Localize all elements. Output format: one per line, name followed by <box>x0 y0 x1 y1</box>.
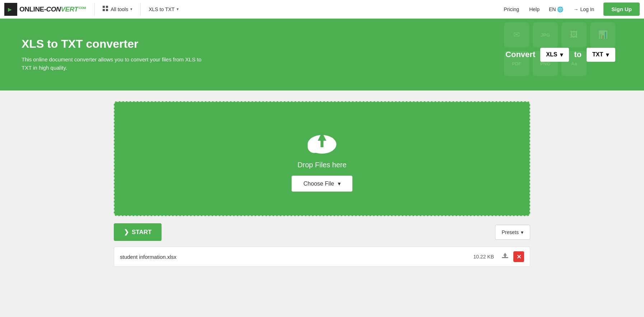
svg-rect-3 <box>106 6 108 8</box>
convert-label: Convert <box>505 50 535 59</box>
file-row: student information.xlsx 10.22 KB ✕ <box>114 247 530 267</box>
to-format-dropdown[interactable]: TXT ▾ <box>587 48 615 62</box>
to-format-chevron-icon: ▾ <box>606 51 609 58</box>
bg-icon-email: ✉ <box>504 22 529 47</box>
choose-file-label: Choose File <box>303 181 334 187</box>
presets-label: Presets <box>502 229 519 235</box>
bg-icon-image: 🖼 <box>561 22 587 47</box>
all-tools-chevron-icon: ▾ <box>130 7 132 11</box>
all-tools-button[interactable]: All tools ▾ <box>98 3 137 15</box>
presets-button[interactable]: Presets ▾ <box>495 225 530 240</box>
file-name: student information.xlsx <box>120 254 469 260</box>
file-size: 10.22 KB <box>473 254 494 260</box>
to-label: to <box>574 50 582 59</box>
file-remove-button[interactable]: ✕ <box>513 251 524 262</box>
pricing-link[interactable]: Pricing <box>499 4 523 15</box>
converter-label: XLS to TXT <box>149 6 174 12</box>
from-format-chevron-icon: ▾ <box>560 51 563 58</box>
language-selector[interactable]: EN 🌐 <box>545 4 567 15</box>
login-button[interactable]: → Log In <box>568 4 599 15</box>
converter-dropdown-button[interactable]: XLS to TXT ▾ <box>144 4 184 15</box>
nav-divider-2 <box>140 3 141 16</box>
svg-rect-2 <box>103 6 105 8</box>
logo: ▶ ONLINE-CONVERT.COM <box>4 3 86 16</box>
all-tools-label: All tools <box>111 6 128 12</box>
file-upload-icon[interactable] <box>501 252 509 262</box>
svg-text:▶: ▶ <box>8 7 12 12</box>
lang-label: EN <box>549 6 556 12</box>
login-arrow-icon: → <box>573 6 578 12</box>
drop-text: Drop Files here <box>298 161 347 169</box>
choose-file-chevron-icon: ▾ <box>338 180 341 187</box>
presets-chevron-icon: ▾ <box>521 229 523 235</box>
hero-description: This online document converter allows yo… <box>22 56 208 72</box>
to-format-label: TXT <box>592 51 603 58</box>
bg-icon-jpg: JPG <box>533 22 558 47</box>
converter-chevron-icon: ▾ <box>177 7 179 11</box>
from-format-label: XLS <box>546 51 557 58</box>
nav-divider-1 <box>94 3 95 16</box>
start-chevron-icon: ❯ <box>124 228 129 236</box>
cloud-upload-icon <box>304 126 340 154</box>
svg-rect-4 <box>103 9 105 11</box>
from-format-dropdown[interactable]: XLS ▾ <box>540 48 569 62</box>
svg-point-8 <box>323 140 334 151</box>
hero-convert-area: Convert XLS ▾ to TXT ▾ <box>505 48 615 62</box>
svg-marker-11 <box>503 253 507 257</box>
svg-rect-5 <box>106 9 108 11</box>
nav-links: Pricing Help EN 🌐 → Log In Sign Up <box>499 3 640 16</box>
remove-icon: ✕ <box>517 253 521 260</box>
signup-button[interactable]: Sign Up <box>603 3 640 16</box>
hero-banner: XLS to TXT converter This online documen… <box>0 19 644 90</box>
choose-file-button[interactable]: Choose File ▾ <box>291 176 352 192</box>
dropzone[interactable]: Drop Files here Choose File ▾ <box>114 101 530 216</box>
bg-icon-chart: 📊 <box>590 22 615 47</box>
navbar: ▶ ONLINE-CONVERT.COM All tools ▾ XLS to … <box>0 0 644 19</box>
login-label: Log In <box>580 6 594 12</box>
globe-icon: 🌐 <box>557 6 563 12</box>
help-link[interactable]: Help <box>525 4 544 15</box>
hero-title: XLS to TXT converter <box>22 37 505 51</box>
logo-text: ONLINE-CONVERT.COM <box>19 5 86 13</box>
svg-point-7 <box>308 140 321 153</box>
hero-content: XLS to TXT converter This online documen… <box>22 37 505 72</box>
svg-rect-10 <box>502 257 508 258</box>
logo-icon: ▶ <box>4 3 17 16</box>
start-label: START <box>132 229 151 236</box>
start-bar: ❯ START Presets ▾ <box>114 223 530 241</box>
grid-icon <box>103 6 108 13</box>
start-button[interactable]: ❯ START <box>114 223 162 241</box>
main-content: Drop Files here Choose File ▾ ❯ START Pr… <box>107 90 537 278</box>
